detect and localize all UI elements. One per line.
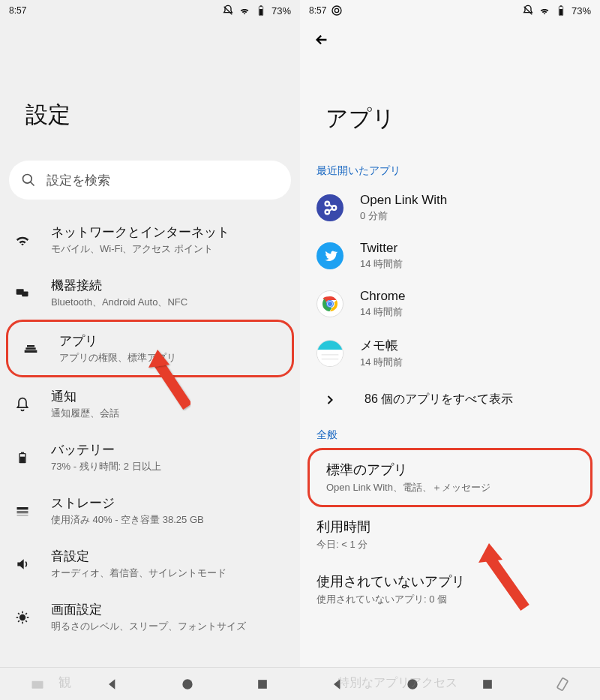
svg-point-29 bbox=[332, 6, 341, 15]
highlight-apps: アプリ アプリの権限、標準アプリ bbox=[6, 320, 294, 377]
app-sub: 14 時間前 bbox=[360, 356, 584, 369]
search-box[interactable]: 設定を検索 bbox=[9, 161, 291, 200]
wifi-icon bbox=[238, 5, 250, 17]
item-title: バッテリー bbox=[51, 441, 286, 458]
settings-item-apps[interactable]: アプリ アプリの権限、標準アプリ bbox=[8, 322, 292, 375]
status-bar: 8:57 73% bbox=[0, 0, 300, 21]
settings-item-sound[interactable]: 音設定 オーディオ、着信音、サイレントモード bbox=[0, 537, 300, 590]
battery-icon bbox=[16, 449, 28, 466]
svg-line-5 bbox=[31, 182, 34, 186]
item-title: ネットワークとインターネット bbox=[51, 224, 286, 241]
svg-rect-26 bbox=[32, 680, 44, 688]
status-bar: 8:57 73% bbox=[300, 0, 600, 21]
status-time: 8:57 bbox=[9, 5, 26, 16]
app-title: メモ帳 bbox=[360, 337, 584, 354]
battery-percent: 73% bbox=[272, 5, 291, 17]
faded-text: 観 bbox=[58, 674, 71, 691]
pref-unused-apps[interactable]: 使用されていないアプリ 使用されていないアプリ: 0 個 bbox=[300, 562, 600, 617]
storage-icon bbox=[15, 503, 30, 518]
nav-recent-icon[interactable] bbox=[480, 677, 495, 692]
back-row[interactable] bbox=[300, 21, 600, 59]
nav-rotate-icon[interactable] bbox=[555, 677, 570, 692]
app-row-memo[interactable]: メモ帳 14 時間前 bbox=[300, 328, 600, 378]
pref-screen-time[interactable]: 利用時間 今日: < 1 分 bbox=[300, 507, 600, 562]
svg-rect-16 bbox=[17, 515, 28, 516]
all-apps-row[interactable]: 86 個のアプリをすべて表示 bbox=[300, 378, 600, 421]
chevron-right-icon bbox=[322, 392, 338, 407]
pref-title: 利用時間 bbox=[316, 518, 584, 536]
battery-icon bbox=[255, 5, 267, 17]
settings-item-display[interactable]: 画面設定 明るさのレベル、スリープ、フォントサイズ bbox=[0, 590, 300, 644]
highlight-default-apps: 標準のアプリ Open Link With、電話、＋メッセージ bbox=[308, 448, 592, 507]
display-icon bbox=[15, 610, 30, 625]
item-title: 通知 bbox=[51, 388, 286, 405]
app-title: Open Link With bbox=[360, 193, 584, 208]
twitter-icon bbox=[322, 248, 338, 263]
svg-line-23 bbox=[26, 620, 27, 622]
nav-misc-icon[interactable] bbox=[30, 677, 45, 692]
pref-title: 使用されていないアプリ bbox=[316, 572, 584, 590]
svg-rect-46 bbox=[483, 680, 492, 689]
svg-rect-41 bbox=[317, 341, 343, 350]
pref-default-apps[interactable]: 標準のアプリ Open Link With、電話、＋メッセージ bbox=[310, 450, 590, 505]
pref-sub: 使用されていないアプリ: 0 個 bbox=[316, 593, 584, 606]
item-title: 機器接続 bbox=[51, 277, 286, 294]
pref-title: 標準のアプリ bbox=[326, 461, 574, 479]
app-row-chrome[interactable]: Chrome 14 時間前 bbox=[300, 280, 600, 328]
settings-item-notifications[interactable]: 通知 通知履歴、会話 bbox=[0, 377, 300, 431]
all-apps-text: 86 個のアプリをすべて表示 bbox=[364, 392, 513, 407]
settings-item-network[interactable]: ネットワークとインターネット モバイル、Wi-Fi、アクセス ポイント bbox=[0, 213, 300, 266]
nav-home-icon[interactable] bbox=[180, 677, 195, 692]
svg-line-24 bbox=[18, 620, 20, 622]
svg-rect-42 bbox=[317, 350, 343, 366]
nav-bar: 観 bbox=[0, 667, 300, 700]
item-sub: 明るさのレベル、スリープ、フォントサイズ bbox=[51, 620, 286, 633]
svg-rect-8 bbox=[26, 347, 35, 350]
status-icons: 73% bbox=[222, 5, 291, 17]
app-sub: 14 時間前 bbox=[360, 257, 584, 271]
search-icon bbox=[21, 173, 36, 188]
app-row-twitter[interactable]: Twitter 14 時間前 bbox=[300, 232, 600, 280]
chrome-icon bbox=[319, 293, 341, 315]
svg-rect-33 bbox=[560, 5, 562, 6]
svg-point-4 bbox=[23, 175, 32, 184]
item-sub: 通知履歴、会話 bbox=[51, 407, 286, 420]
nav-back-icon[interactable] bbox=[105, 677, 120, 692]
svg-rect-32 bbox=[560, 9, 562, 15]
link-icon bbox=[322, 200, 338, 216]
svg-rect-12 bbox=[20, 456, 26, 461]
section-recent: 最近開いたアプリ bbox=[300, 157, 600, 184]
svg-rect-10 bbox=[25, 350, 38, 352]
pref-sub: 今日: < 1 分 bbox=[316, 538, 584, 551]
devices-icon bbox=[15, 286, 30, 301]
section-general: 全般 bbox=[300, 421, 600, 448]
app-sub: 0 分前 bbox=[360, 209, 584, 223]
item-sub: アプリの権限、標準アプリ bbox=[59, 351, 278, 365]
app-row-openlinkwith[interactable]: Open Link With 0 分前 bbox=[300, 184, 600, 232]
svg-line-22 bbox=[18, 613, 20, 614]
settings-item-storage[interactable]: ストレージ 使用済み 40% - 空き容量 38.25 GB bbox=[0, 484, 300, 537]
settings-item-battery[interactable]: バッテリー 73% - 残り時間: 2 日以上 bbox=[0, 431, 300, 484]
item-title: ストレージ bbox=[51, 494, 286, 512]
faded-bottom-text: 特別なアプリアクセス bbox=[338, 675, 458, 691]
page-title-settings: 設定 bbox=[0, 21, 300, 161]
app-title: Chrome bbox=[360, 289, 584, 304]
item-sub: オーディオ、着信音、サイレントモード bbox=[51, 566, 286, 580]
svg-rect-7 bbox=[22, 291, 28, 296]
svg-rect-9 bbox=[27, 345, 34, 347]
nav-recent-icon[interactable] bbox=[255, 677, 270, 692]
settings-item-connected[interactable]: 機器接続 Bluetooth、Android Auto、NFC bbox=[0, 266, 300, 320]
bell-icon bbox=[15, 397, 30, 412]
item-sub: Bluetooth、Android Auto、NFC bbox=[51, 296, 286, 309]
battery-icon bbox=[555, 5, 567, 17]
app-title: Twitter bbox=[360, 241, 584, 256]
item-title: 画面設定 bbox=[51, 601, 286, 618]
silent-icon bbox=[522, 5, 534, 17]
phone-left-settings: 8:57 73% 設定 設定を検索 ネットワークとインターネット モバイル、Wi… bbox=[0, 0, 300, 700]
apps-icon bbox=[23, 341, 38, 356]
wifi-icon bbox=[14, 232, 31, 248]
status-icons: 73% bbox=[522, 5, 591, 17]
svg-rect-2 bbox=[260, 9, 262, 15]
svg-rect-13 bbox=[21, 452, 24, 453]
silent-icon bbox=[222, 5, 234, 17]
